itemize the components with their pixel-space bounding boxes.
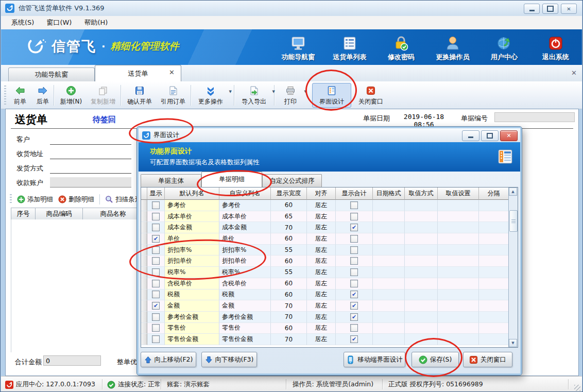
show-checkbox[interactable] (152, 313, 160, 321)
banner-action-globe[interactable]: 用户中心 (485, 33, 523, 62)
toolbar-button-more[interactable]: 更多操作▼ (194, 83, 228, 108)
show-checkbox[interactable] (152, 291, 160, 298)
total-checkbox[interactable] (350, 268, 358, 276)
dialog-maximize-button[interactable] (481, 130, 499, 141)
grid-row[interactable]: ✔金额金额70居左✔ (141, 300, 509, 312)
toolbar-button-prev[interactable]: 前单 (9, 83, 31, 108)
custom-name[interactable]: 金额 (222, 301, 234, 310)
dialog-button-savecheck[interactable]: 保存(S) (411, 352, 459, 367)
width-value[interactable]: 60 (285, 201, 293, 209)
grid-row[interactable]: 含税单价含税单价60居左 (141, 278, 509, 289)
custom-name[interactable]: 折扣单价 (222, 257, 247, 265)
width-value[interactable]: 55 (285, 246, 293, 253)
field-input-3[interactable] (50, 177, 131, 188)
align-value[interactable]: 居左 (315, 246, 328, 254)
total-checkbox[interactable]: ✔ (350, 224, 358, 231)
custom-name[interactable]: 税额 (222, 290, 234, 299)
grid-row[interactable]: 税额税额60居左✔ (141, 289, 509, 301)
total-checkbox[interactable] (350, 235, 358, 243)
tab-1-active[interactable]: 送货单✕ (95, 65, 181, 81)
align-value[interactable]: 居左 (315, 201, 328, 210)
total-checkbox[interactable]: ✔ (350, 302, 358, 310)
grid-row[interactable]: 参考价参考价60居左 (141, 200, 509, 211)
field-input-2[interactable] (50, 163, 131, 174)
show-checkbox[interactable] (152, 280, 160, 287)
grid-row[interactable]: 折扣单价折扣单价60居左 (141, 255, 509, 267)
banner-action-power[interactable]: 退出系统 (537, 33, 575, 62)
minimize-button[interactable] (524, 4, 540, 14)
total-checkbox[interactable] (350, 257, 358, 265)
align-value[interactable]: 居左 (315, 234, 328, 243)
align-value[interactable]: 居左 (315, 223, 328, 232)
width-value[interactable]: 70 (285, 336, 293, 343)
align-value[interactable]: 居左 (315, 290, 328, 299)
align-value[interactable]: 居左 (315, 212, 328, 221)
total-checkbox[interactable]: ✔ (350, 313, 358, 321)
grid-row[interactable]: 成本单价成本单价65居左 (141, 211, 509, 223)
scroll-down-icon[interactable]: ▼ (509, 339, 517, 347)
detail-col-header-2[interactable]: 商品名称 (83, 208, 144, 220)
total-checkbox[interactable]: ✔ (350, 291, 358, 298)
grid-header-3[interactable]: 显示宽度 (271, 188, 307, 200)
show-checkbox[interactable]: ✔ (152, 235, 160, 243)
width-value[interactable]: 55 (285, 268, 293, 276)
grid-row[interactable]: 税率%税率%55居左 (141, 267, 509, 278)
custom-name[interactable]: 参考价金额 (222, 313, 253, 321)
custom-name[interactable]: 零售价金额 (222, 335, 253, 344)
show-checkbox[interactable] (152, 201, 160, 209)
grid-header-1[interactable]: 默认列名 (165, 188, 219, 200)
grid-header-9[interactable]: 分隔 (479, 188, 509, 200)
toolbar-button-next[interactable]: 后单 (32, 83, 54, 108)
total-checkbox[interactable] (350, 213, 358, 220)
banner-action-lock[interactable]: 修改密码 (382, 33, 420, 62)
grid-row[interactable]: ✔单价单价60居左 (141, 233, 509, 245)
width-value[interactable]: 60 (285, 291, 293, 298)
close-button[interactable]: ✕ (561, 4, 577, 14)
banner-action-monitor[interactable]: 功能导航窗 (279, 33, 317, 62)
dialog-tab-2[interactable]: 自定义公式排序 (262, 174, 322, 187)
width-value[interactable]: 60 (285, 235, 293, 242)
dropdown-caret-icon[interactable]: ▼ (272, 90, 275, 94)
grid-header-7[interactable]: 取值方式 (405, 188, 438, 200)
dialog-minimize-button[interactable] (462, 130, 479, 141)
width-value[interactable]: 60 (285, 325, 293, 332)
grid-header-0[interactable]: 显示 (147, 188, 165, 200)
total-checkbox[interactable] (350, 246, 358, 254)
dialog-button-closebox[interactable]: 关闭窗口 (463, 352, 512, 367)
dialog-title-bar[interactable]: 界面设计 ✕ (139, 128, 520, 143)
doc-no-input[interactable] (494, 112, 575, 122)
width-value[interactable]: 60 (285, 258, 293, 265)
grid-row[interactable]: 零售价零售价60居左 (141, 323, 509, 334)
maximize-button[interactable] (542, 4, 558, 14)
toolbar-button-confirm[interactable]: 确认开单 (124, 83, 156, 108)
align-value[interactable]: 居左 (315, 268, 328, 277)
align-value[interactable]: 居左 (315, 301, 328, 310)
total-checkbox[interactable] (350, 280, 358, 287)
show-checkbox[interactable] (152, 257, 160, 265)
grid-scrollbar[interactable]: ▲ ▼ (508, 188, 518, 347)
scroll-up-icon[interactable]: ▲ (509, 188, 517, 196)
dialog-button-downarrow[interactable]: 向下移动(F3) (201, 352, 257, 367)
toolbar-button-add[interactable]: 新增(N) (57, 83, 85, 108)
total-checkbox[interactable] (350, 324, 358, 332)
banner-action-list[interactable]: 送货单列表 (331, 33, 369, 62)
tabstrip-close-icon[interactable]: ✕ (571, 69, 577, 77)
tab-close-icon[interactable]: ✕ (169, 69, 175, 76)
detail-col-header-0[interactable]: 序号 (11, 208, 36, 220)
total-checkbox[interactable] (350, 201, 358, 209)
custom-name[interactable]: 参考价 (222, 201, 241, 210)
show-checkbox[interactable]: ✔ (152, 302, 160, 310)
resize-grip[interactable] (574, 385, 580, 391)
grid-header-6[interactable]: 日期格式 (373, 188, 405, 200)
show-checkbox[interactable] (152, 224, 160, 231)
field-input-0[interactable] (50, 134, 131, 145)
show-checkbox[interactable] (152, 324, 160, 332)
width-value[interactable]: 65 (285, 213, 293, 220)
total-checkbox[interactable]: ✔ (350, 335, 358, 343)
show-checkbox[interactable] (152, 213, 160, 220)
detail-col-header-1[interactable]: 商品编码 (36, 208, 83, 220)
menu-item-1[interactable]: 窗口(W) (41, 16, 77, 29)
width-value[interactable]: 70 (285, 224, 293, 231)
dropdown-caret-icon[interactable]: ▼ (229, 90, 232, 94)
toolbar-button-closewin[interactable]: 关闭窗口 (353, 83, 388, 108)
